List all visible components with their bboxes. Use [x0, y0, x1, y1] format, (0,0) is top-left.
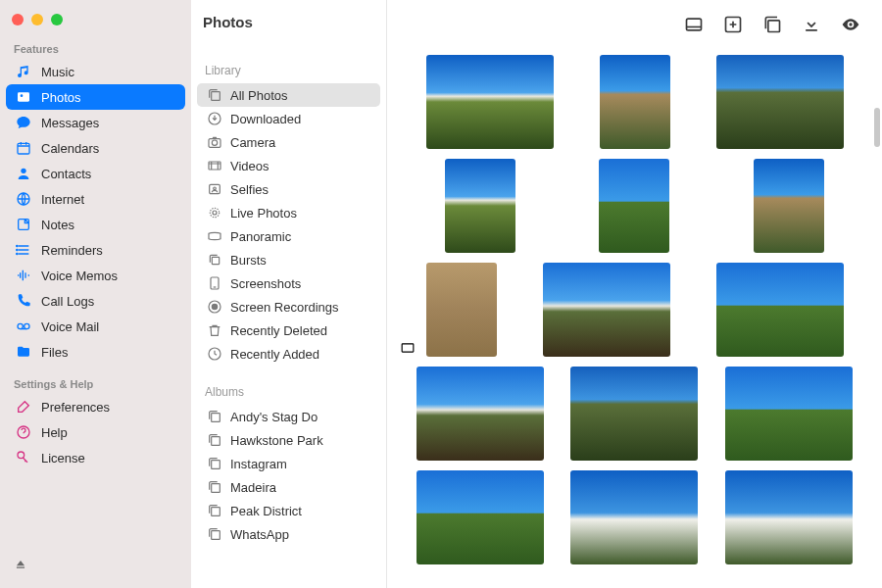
photo-thumb[interactable]	[600, 55, 670, 149]
photo-thumb[interactable]	[426, 263, 497, 357]
lib-videos[interactable]: Videos	[197, 154, 380, 177]
album-icon	[207, 432, 222, 448]
nav-music[interactable]: Music	[6, 59, 185, 84]
nav-preferences[interactable]: Preferences	[6, 394, 185, 419]
nav-internet[interactable]: Internet	[6, 186, 185, 212]
photo-thumb[interactable]	[599, 159, 669, 253]
stack-icon	[207, 87, 222, 103]
panel-icon[interactable]	[684, 15, 704, 34]
svg-rect-2	[18, 143, 29, 154]
nav-contacts[interactable]: Contacts	[6, 161, 185, 186]
scrollbar[interactable]	[874, 108, 880, 147]
lib-label: Live Photos	[230, 206, 297, 220]
close-window[interactable]	[12, 14, 24, 25]
lib-selfies[interactable]: Selfies	[197, 177, 380, 201]
svg-rect-37	[402, 344, 414, 352]
photo-thumb[interactable]	[754, 159, 824, 253]
add-icon[interactable]	[723, 15, 743, 34]
lib-screen-recordings[interactable]: Screen Recordings	[197, 295, 380, 318]
import-icon[interactable]	[802, 15, 821, 34]
nav-license[interactable]: License	[6, 445, 185, 470]
photo-thumb[interactable]	[543, 263, 670, 357]
nav-label: Call Logs	[41, 294, 94, 309]
photo-thumb[interactable]	[716, 263, 844, 357]
nav-calendars[interactable]: Calendars	[6, 135, 185, 161]
album-item[interactable]: Hawkstone Park	[197, 428, 380, 452]
lib-screenshots[interactable]: Screenshots	[197, 271, 380, 295]
album-item[interactable]: Instagram	[197, 452, 380, 475]
lib-label: Panoramic	[230, 229, 291, 244]
download-icon	[207, 111, 222, 126]
album-item[interactable]: WhatsApp	[197, 522, 380, 546]
photo-thumb[interactable]	[445, 159, 515, 253]
selfie-icon	[207, 181, 222, 197]
lib-recently-deleted[interactable]: Recently Deleted	[197, 318, 380, 342]
photo-thumb[interactable]	[416, 470, 544, 564]
albums-label: Albums	[191, 366, 386, 405]
nav-call-logs[interactable]: Call Logs	[6, 288, 185, 314]
live-icon	[207, 205, 222, 220]
lib-label: Bursts	[230, 253, 267, 268]
lib-panoramic[interactable]: Panoramic	[197, 224, 380, 248]
svg-rect-22	[212, 257, 219, 264]
nav-notes[interactable]: Notes	[6, 212, 185, 237]
calllogs-icon	[16, 293, 31, 309]
nav-voice-mail[interactable]: Voice Mail	[6, 314, 185, 339]
photo-thumb[interactable]	[426, 55, 554, 149]
minimize-window[interactable]	[31, 14, 43, 25]
album-item[interactable]: Madeira	[197, 475, 380, 499]
library-label: Library	[191, 44, 386, 83]
photo-thumb[interactable]	[416, 367, 544, 461]
lib-camera[interactable]: Camera	[197, 130, 380, 154]
photo-thumb[interactable]	[725, 470, 853, 564]
nav-messages[interactable]: Messages	[6, 110, 185, 135]
photos-icon	[16, 89, 31, 105]
files-icon	[16, 344, 31, 360]
lib-label: Camera	[230, 135, 275, 150]
preferences-icon	[16, 399, 31, 415]
svg-point-19	[214, 187, 217, 190]
photo-thumb[interactable]	[716, 55, 844, 149]
notes-icon	[16, 217, 31, 232]
music-icon	[16, 64, 31, 79]
nav-files[interactable]: Files	[6, 339, 185, 365]
nav-label: License	[41, 451, 85, 466]
lib-bursts[interactable]: Bursts	[197, 248, 380, 271]
nav-label: Preferences	[41, 400, 110, 415]
reminders-icon	[16, 242, 31, 258]
lib-downloaded[interactable]: Downloaded	[197, 107, 380, 130]
nav-voice-memos[interactable]: Voice Memos	[6, 263, 185, 288]
album-label: Hawkstone Park	[230, 433, 323, 448]
nav-reminders[interactable]: Reminders	[6, 237, 185, 263]
photo-thumb[interactable]	[570, 367, 698, 461]
eject-icon[interactable]	[14, 557, 27, 570]
voicememos-icon	[16, 268, 31, 283]
nav-photos[interactable]: Photos	[6, 84, 185, 110]
lib-live-photos[interactable]: Live Photos	[197, 201, 380, 224]
svg-rect-30	[212, 484, 220, 493]
help-icon	[16, 424, 31, 440]
nav-label: Reminders	[41, 243, 103, 258]
preview-icon[interactable]	[841, 15, 860, 34]
zoom-window[interactable]	[51, 14, 63, 25]
trash-icon	[207, 322, 222, 338]
lib-recently-added[interactable]: Recently Added	[197, 342, 380, 366]
photo-thumb[interactable]	[570, 470, 698, 564]
lib-all-photos[interactable]: All Photos	[197, 83, 380, 107]
album-item[interactable]: Andy's Stag Do	[197, 405, 380, 428]
svg-point-21	[210, 208, 219, 217]
album-item[interactable]: Peak District	[197, 499, 380, 522]
svg-point-7	[17, 249, 18, 250]
nav-help[interactable]: Help	[6, 419, 185, 445]
album-label: Madeira	[230, 480, 276, 495]
album-icon	[207, 456, 222, 471]
lib-label: Recently Deleted	[230, 323, 327, 338]
svg-rect-13	[212, 92, 220, 101]
nav-label: Help	[41, 425, 68, 440]
photo-thumb[interactable]	[725, 367, 853, 461]
albums-icon[interactable]	[762, 15, 782, 34]
sidebar: Features Music Photos Messages Calendars…	[0, 0, 191, 588]
nav-label: Voice Mail	[41, 319, 99, 334]
photo-grid	[387, 49, 882, 588]
bursts-icon	[207, 252, 222, 268]
